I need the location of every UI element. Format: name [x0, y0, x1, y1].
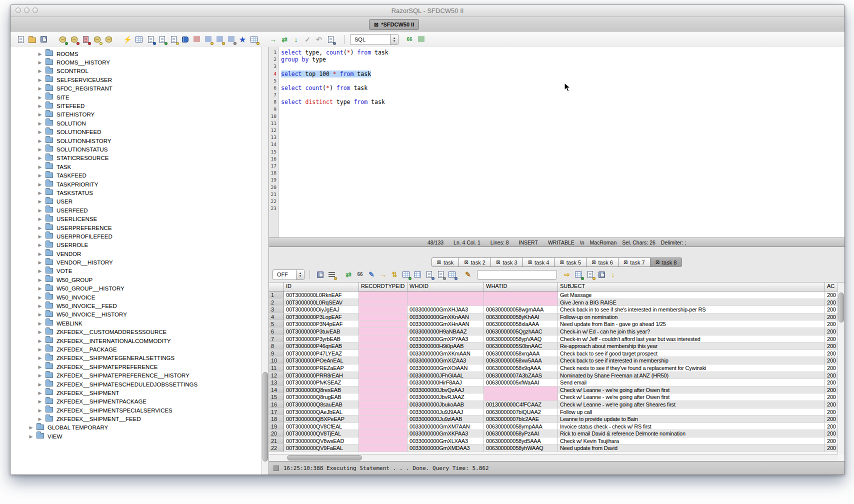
copy-results-icon[interactable] [436, 270, 446, 280]
favorites-icon[interactable]: ★ [238, 34, 248, 44]
table-cell[interactable]: 200 [825, 430, 838, 437]
column-header[interactable]: WHATID [484, 282, 558, 291]
column-header[interactable]: RECORDTYPEID [359, 282, 408, 291]
results-vscrollbar-thumb[interactable] [838, 292, 844, 322]
table-cell[interactable] [359, 438, 408, 444]
table-cell[interactable] [359, 292, 408, 298]
expand-triangle-icon[interactable]: ▶ [28, 434, 34, 439]
tree-item[interactable]: ▶USER [10, 198, 268, 206]
tab-close-icon[interactable]: ⊠ [624, 260, 628, 265]
table-cell[interactable]: Follow-up on nomination [558, 314, 825, 320]
fetch-all-icon[interactable]: ↓ [608, 270, 618, 280]
table-cell[interactable]: 00T3000000PfvKSEAZ [284, 379, 359, 386]
table-cell[interactable] [359, 394, 408, 400]
save-results-icon[interactable] [315, 270, 325, 280]
expand-triangle-icon[interactable]: ▶ [36, 199, 44, 204]
table-cell[interactable]: 00T3000000Q8rexEAB [284, 386, 359, 394]
database-browser-icon[interactable] [180, 34, 190, 44]
expand-triangle-icon[interactable]: ▶ [36, 234, 44, 239]
results-hscrollbar-thumb[interactable] [287, 455, 362, 460]
close-button[interactable] [16, 8, 21, 13]
tree-item[interactable]: ▶ZKFEDEX__SHIPMATEGENERALSETTINGS [10, 354, 268, 362]
expand-triangle-icon[interactable]: ▶ [36, 295, 44, 300]
expand-triangle-icon[interactable]: ▶ [36, 373, 44, 378]
max-rows-select[interactable]: OFF ▲▼ [272, 270, 304, 280]
tree-item[interactable]: ▶SOLUTIONHISTORY [10, 136, 268, 145]
tab-close-icon[interactable]: ⊠ [560, 260, 564, 265]
tree-item[interactable]: ▶SITEFEED [10, 102, 268, 110]
table-cell[interactable] [359, 423, 408, 430]
zoom-button[interactable] [32, 8, 38, 13]
table-cell[interactable]: 00T3000000QV8TjEAL [284, 430, 359, 437]
table-cell[interactable]: 200 [825, 336, 838, 342]
results-tab[interactable]: ⊠task 4 [522, 258, 555, 267]
results-search-input[interactable] [477, 270, 557, 280]
expand-triangle-icon[interactable]: ▶ [36, 252, 44, 256]
spectacles-icon[interactable]: 66 [355, 270, 365, 280]
table-cell[interactable]: 00T3000000P3LopEAF [284, 314, 359, 320]
tree-item[interactable]: ▶ZKFEDEX__SHIPMATEPREFERENCE__HISTORY [10, 371, 268, 380]
table-cell[interactable]: 006300000058x9qAAA [484, 364, 558, 372]
tree-item[interactable]: ▶SOLUTIONSTATUS [10, 145, 268, 154]
connect-icon[interactable] [58, 34, 68, 44]
tree-item[interactable]: ▶USERLICENSE [10, 214, 268, 223]
table-cell[interactable]: Check w/ Leanne - we're going after Shea… [558, 401, 825, 408]
table-cell[interactable]: 200 [825, 314, 838, 320]
table-cell[interactable]: 00T3000000PRR8rEAH [284, 372, 359, 379]
table-cell[interactable]: 0033000000H9aNBAAZ [408, 328, 484, 335]
table-cell[interactable] [359, 372, 408, 379]
results-tab[interactable]: ⊠task 6 [586, 258, 618, 267]
tree-item[interactable]: ▶VIEW [10, 432, 268, 440]
table-cell[interactable]: 200 [825, 292, 838, 298]
table-cell[interactable]: Check back to see if interested in membe… [558, 357, 825, 364]
table-row[interactable]: 100T3000000L0RknEAFGet Massage200 [269, 292, 838, 299]
open-file-icon[interactable] [27, 34, 37, 44]
sql-history-icon[interactable] [326, 34, 336, 44]
tree-item[interactable]: ▶ROOMS__HISTORY [10, 58, 268, 66]
expand-triangle-icon[interactable]: ▶ [36, 138, 44, 144]
refresh-results-icon[interactable]: ⇄ [344, 270, 354, 280]
expand-triangle-icon[interactable]: ▶ [36, 278, 44, 282]
table-row[interactable]: 700T3000000P3yrbEAB0033000000GmXPYAA3006… [269, 336, 838, 343]
expand-triangle-icon[interactable]: ▶ [36, 330, 44, 334]
table-cell[interactable]: 00T3000000POeAnEAL [284, 357, 359, 364]
table-cell[interactable]: 0033000000HirF8AAJ [408, 379, 484, 386]
row-number-cell[interactable]: 9 [269, 350, 284, 357]
table-cell[interactable]: Check-in w/ Jeff - couldn't afford last … [558, 336, 825, 342]
table-cell[interactable]: 0033000000GmXPYAA3 [408, 336, 484, 342]
tree-item[interactable]: ▶SCONTROL [10, 67, 268, 76]
tree-item[interactable]: ▶USERPROFILEFEED [10, 232, 268, 240]
expand-triangle-icon[interactable]: ▶ [36, 312, 44, 317]
table-cell[interactable]: 006300000058wgmAAA [484, 306, 558, 313]
tree-item[interactable]: ▶ZKFEDEX__SHIPMATESCHEDULEDJOBSSETTINGS [10, 380, 268, 388]
row-number-cell[interactable]: 12 [269, 372, 284, 379]
tree-item[interactable]: ▶WEBLINK [10, 319, 268, 328]
record-view-icon[interactable] [424, 270, 434, 280]
tab-close-icon[interactable]: ⊠ [496, 260, 500, 265]
tree-item[interactable]: ▶W50_GROUP [10, 276, 268, 284]
expand-triangle-icon[interactable]: ▶ [36, 338, 44, 344]
sort-rows-icon[interactable]: ⇅ [390, 270, 400, 280]
column-header[interactable] [269, 282, 284, 291]
reload-table-icon[interactable] [401, 270, 411, 280]
expand-triangle-icon[interactable]: ▶ [36, 208, 44, 213]
table-cell[interactable] [359, 342, 408, 350]
tree-item[interactable]: ▶ZKFEDEX__SHIPMENT__FEED [10, 414, 268, 423]
table-cell[interactable]: Check-in w/ Ed - can he join this year? [558, 328, 825, 335]
minimize-button[interactable] [24, 8, 30, 13]
table-cell[interactable]: 200 [825, 416, 838, 422]
table-cell[interactable]: 0033000000GmXKPAA3 [408, 430, 484, 437]
table-cell[interactable]: 00T3000000QAeJbEAL [284, 408, 359, 416]
table-cell[interactable]: 200 [825, 342, 838, 350]
table-cell[interactable]: 200 [825, 423, 838, 430]
table-cell[interactable]: 0033000000GmXM7AAN [408, 423, 484, 430]
expand-triangle-icon[interactable]: ▶ [36, 382, 44, 387]
table-cell[interactable]: 0033000000JbukoAAB [408, 401, 484, 408]
tab-close-icon[interactable]: ⊠ [464, 260, 468, 265]
table-cell[interactable]: 200 [825, 401, 838, 408]
table-cell[interactable]: 006300000058xw5AAA [484, 357, 558, 364]
table-editor-icon[interactable] [249, 34, 259, 44]
expand-triangle-icon[interactable]: ▶ [36, 60, 44, 65]
table-cell[interactable]: Leanne to provide update to Bain [558, 416, 825, 422]
table-cell[interactable]: Check w/ Leanne - we're going after Owen… [558, 394, 825, 400]
